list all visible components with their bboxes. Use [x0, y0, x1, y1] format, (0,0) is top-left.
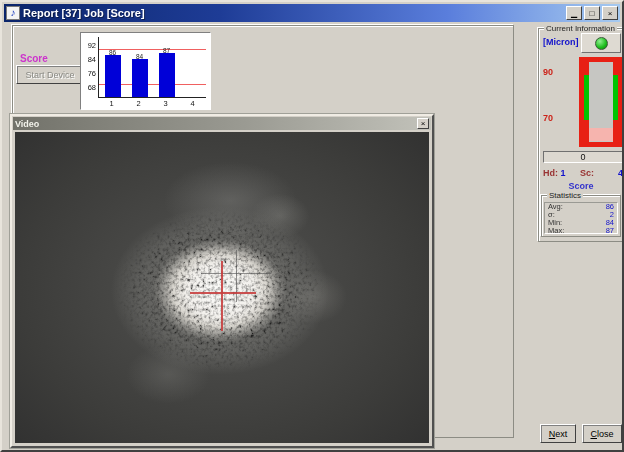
bar-value-label: 84: [130, 53, 150, 60]
gauge-upper-limit: 90: [543, 67, 553, 77]
head-scan-row: Hd: 1 Sc: 4: [543, 168, 623, 178]
statistics-rows: Avg:86σ:2Min:84Max:87: [544, 202, 618, 234]
chart-bar: [105, 55, 121, 97]
hd-label: Hd:: [543, 168, 558, 178]
app-window: ♪ Report [37] Job [Score] ▁ □ × Score St…: [0, 0, 624, 452]
x-axis-tick: 4: [179, 99, 206, 108]
close-button[interactable]: Close: [582, 424, 622, 443]
chart-bar: [159, 53, 175, 97]
start-device-button[interactable]: Start Device: [16, 65, 84, 84]
window-controls: ▁ □ ×: [566, 6, 618, 20]
chart-bar: [132, 59, 148, 97]
current-information-title: Current Information: [544, 24, 617, 33]
statistics-title: Statistics: [547, 191, 583, 200]
stat-value: 87: [606, 227, 614, 235]
app-icon: ♪: [6, 6, 20, 20]
crosshair-vertical: [221, 261, 223, 331]
y-axis-tick: 76: [82, 70, 96, 78]
stat-row: Max:87: [545, 227, 617, 235]
current-information-panel: Current Information [Micron] 90 70 0 Hd:…: [538, 28, 624, 242]
score-section-label: Score: [20, 53, 48, 64]
status-led-icon: [595, 37, 608, 50]
titlebar: ♪ Report [37] Job [Score] ▁ □ ×: [4, 4, 620, 22]
value-readout: 0: [543, 151, 623, 163]
x-axis-tick: 3: [152, 99, 179, 108]
close-icon[interactable]: ×: [602, 6, 618, 20]
stat-label: Max:: [548, 227, 564, 235]
y-axis-tick: 68: [82, 84, 96, 92]
video-window-title: Video: [15, 119, 417, 129]
window-title: Report [37] Job [Score]: [23, 7, 566, 19]
video-close-icon[interactable]: ×: [417, 118, 429, 129]
sc-value: 4: [618, 168, 623, 178]
maximize-icon[interactable]: □: [584, 6, 600, 20]
gray-crosshair-vertical: [236, 250, 237, 302]
tolerance-gauge: [579, 57, 623, 147]
unit-label: [Micron]: [543, 37, 579, 47]
minimize-icon[interactable]: ▁: [566, 6, 582, 20]
bar-value-label: 86: [103, 49, 123, 56]
stat-row: Avg:86: [545, 203, 617, 211]
gauge-fill: [589, 128, 613, 141]
video-window: Video ×: [10, 114, 434, 448]
bar-value-label: 87: [157, 47, 177, 54]
x-axis-tick: 2: [125, 99, 152, 108]
score-title: Score: [539, 181, 623, 191]
status-led-panel: [581, 33, 621, 53]
y-axis-tick: 92: [82, 42, 96, 50]
video-feed[interactable]: [15, 132, 429, 443]
statistics-panel: Statistics Avg:86σ:2Min:84Max:87: [541, 195, 621, 237]
x-axis-tick: 1: [98, 99, 125, 108]
crosshair-horizontal: [190, 292, 256, 294]
client-area: Score Start Device 868487 928476681234 V…: [4, 22, 620, 448]
sc-label: Sc:: [580, 168, 594, 178]
gauge-lower-limit: 70: [543, 113, 553, 123]
y-axis-tick: 84: [82, 56, 96, 64]
video-titlebar: Video ×: [13, 117, 431, 130]
gauge-inner: [584, 62, 618, 142]
next-button[interactable]: Next: [540, 424, 576, 443]
gauge-green-zone-right: [613, 62, 618, 142]
hd-value: 1: [561, 168, 566, 178]
chart-plot: 868487: [98, 37, 206, 98]
score-chart: 868487 928476681234: [80, 32, 211, 110]
